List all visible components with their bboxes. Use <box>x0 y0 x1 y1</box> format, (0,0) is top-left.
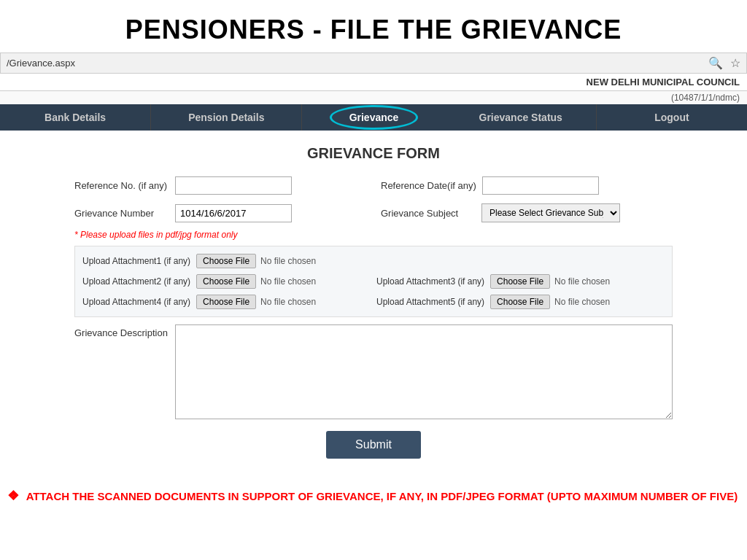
choose-file-btn-3[interactable]: Choose File <box>490 274 550 289</box>
search-icon[interactable]: 🔍 <box>708 56 723 70</box>
upload-warning: * Please upload files in pdf/jpg format … <box>74 230 673 240</box>
grievance-number-input[interactable] <box>175 204 292 222</box>
reference-date-label: Reference Date(if any) <box>381 180 476 191</box>
choose-file-btn-4[interactable]: Choose File <box>196 295 256 309</box>
nav-grievance-wrapper[interactable]: Grievance <box>302 104 445 131</box>
upload-label-5: Upload Attachment5 (if any) <box>376 297 484 307</box>
org-header: NEW DELHI MUNICIPAL COUNCIL <box>0 74 747 91</box>
no-file-text-2: No file chosen <box>260 276 316 287</box>
upload-grid: Upload Attachment1 (if any) Choose File … <box>82 254 665 309</box>
nav-bank-details[interactable]: Bank Details <box>0 104 151 131</box>
main-nav: Bank Details Pension Details Grievance G… <box>0 104 747 131</box>
nav-grievance-active[interactable]: Grievance <box>330 105 419 130</box>
file-input-3: Choose File No file chosen <box>490 274 610 289</box>
reference-date-input[interactable] <box>482 176 599 195</box>
upload-label-1: Upload Attachment1 (if any) <box>82 256 190 266</box>
form-container: GRIEVANCE FORM Reference No. (if any) Re… <box>60 138 687 481</box>
submit-button[interactable]: Submit <box>326 431 421 459</box>
reference-date-row: Reference Date(if any) <box>381 176 673 195</box>
star-icon[interactable]: ☆ <box>730 56 740 70</box>
url-bar[interactable]: /Grievance.aspx <box>7 58 708 69</box>
browser-icons: 🔍 ☆ <box>708 56 740 70</box>
form-title: GRIEVANCE FORM <box>74 145 673 162</box>
grievance-subject-label: Grievance Subject <box>381 208 476 219</box>
upload-label-4: Upload Attachment4 (if any) <box>82 297 190 307</box>
choose-file-btn-1[interactable]: Choose File <box>196 254 256 268</box>
form-fields-grid: Reference No. (if any) Reference Date(if… <box>74 176 673 222</box>
description-textarea[interactable] <box>175 324 673 419</box>
upload-row-2: Upload Attachment2 (if any) Choose File … <box>82 274 371 289</box>
file-input-2: Choose File No file chosen <box>196 274 316 289</box>
description-row: Grievance Description <box>74 324 673 419</box>
nav-logout[interactable]: Logout <box>597 104 747 131</box>
no-file-text-1: No file chosen <box>260 256 316 266</box>
submit-row: Submit <box>74 431 673 459</box>
upload-row-5: Upload Attachment5 (if any) Choose File … <box>376 295 665 309</box>
page-title: PENSIONERS - FILE THE GRIEVANCE <box>0 0 747 52</box>
footer-note: ❖ ATTACH THE SCANNED DOCUMENTS IN SUPPOR… <box>0 488 747 518</box>
no-file-text-4: No file chosen <box>260 297 316 307</box>
reference-no-label: Reference No. (if any) <box>74 180 169 191</box>
session-info: (10487/1/1/ndmc) <box>0 91 747 104</box>
file-input-1: Choose File No file chosen <box>196 254 316 268</box>
upload-row-1-right-empty <box>376 254 665 268</box>
upload-row-1: Upload Attachment1 (if any) Choose File … <box>82 254 371 268</box>
reference-no-input[interactable] <box>175 176 292 195</box>
bullet-icon: ❖ <box>7 489 19 503</box>
file-input-4: Choose File No file chosen <box>196 295 316 309</box>
upload-label-3: Upload Attachment3 (if any) <box>376 276 484 287</box>
no-file-text-5: No file chosen <box>554 297 610 307</box>
browser-bar: /Grievance.aspx 🔍 ☆ <box>0 52 747 74</box>
footer-text: ❖ ATTACH THE SCANNED DOCUMENTS IN SUPPOR… <box>7 488 740 504</box>
upload-label-2: Upload Attachment2 (if any) <box>82 276 190 287</box>
upload-section: Upload Attachment1 (if any) Choose File … <box>74 246 673 317</box>
reference-no-row: Reference No. (if any) <box>74 176 366 195</box>
description-label: Grievance Description <box>74 324 169 338</box>
nav-grievance-status[interactable]: Grievance Status <box>446 104 597 131</box>
grievance-subject-row: Grievance Subject Please Select Grievanc… <box>381 203 673 222</box>
file-input-5: Choose File No file chosen <box>490 295 610 309</box>
grievance-subject-select[interactable]: Please Select Grievance Subjec <box>481 203 620 222</box>
grievance-number-label: Grievance Number <box>74 208 169 219</box>
nav-pension-details[interactable]: Pension Details <box>151 104 302 131</box>
choose-file-btn-5[interactable]: Choose File <box>490 295 550 309</box>
footer-note-text: ATTACH THE SCANNED DOCUMENTS IN SUPPORT … <box>26 490 738 502</box>
upload-row-4: Upload Attachment4 (if any) Choose File … <box>82 295 371 309</box>
choose-file-btn-2[interactable]: Choose File <box>196 274 256 289</box>
grievance-number-row: Grievance Number <box>74 203 366 222</box>
upload-row-3: Upload Attachment3 (if any) Choose File … <box>376 274 665 289</box>
no-file-text-3: No file chosen <box>554 276 610 287</box>
